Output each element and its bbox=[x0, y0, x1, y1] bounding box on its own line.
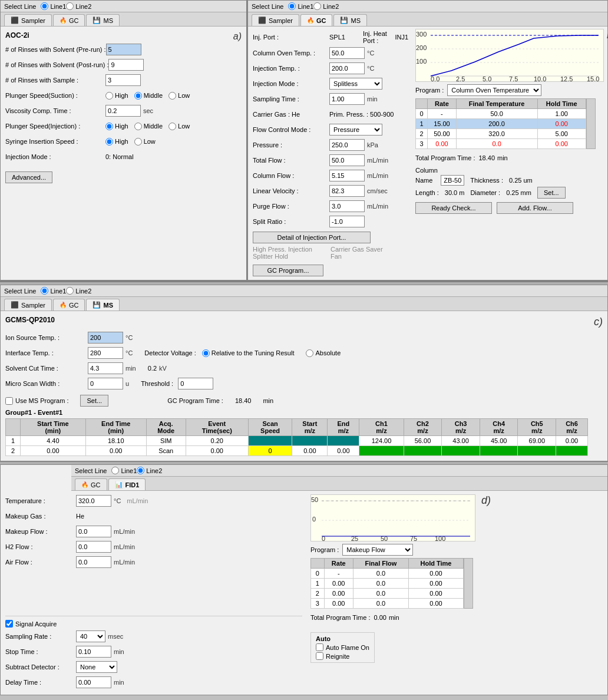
tab-ms-c[interactable]: 💾 MS bbox=[86, 299, 120, 311]
cell-final-flow[interactable]: 0.0 bbox=[353, 589, 408, 599]
high-opt-suction[interactable]: High bbox=[105, 92, 128, 100]
table-scrollbar-b[interactable] bbox=[586, 98, 596, 149]
auto-flame-on-check[interactable]: Auto Flame On bbox=[316, 643, 369, 651]
cell-event-time[interactable]: 0.20 bbox=[186, 436, 248, 446]
tab-gc-d[interactable]: 🔥 GC bbox=[75, 478, 107, 490]
gc-program-button-b[interactable]: GC Program... bbox=[253, 265, 323, 276]
tab-sampler-a[interactable]: ⬛ Sampler bbox=[4, 14, 52, 26]
cell-ch2[interactable] bbox=[404, 446, 442, 456]
cell-start-mz[interactable]: 0.00 bbox=[292, 446, 328, 456]
tab-gc-a[interactable]: 🔥 GC bbox=[53, 14, 85, 26]
cell-rate[interactable]: 15.00 bbox=[428, 119, 457, 129]
cell-final-temp[interactable]: 200.0 bbox=[456, 119, 537, 129]
cell-final-temp[interactable]: 0.0 bbox=[456, 139, 537, 149]
cell-hold-time[interactable]: 0.00 bbox=[537, 139, 586, 149]
cell-event-time[interactable]: 0.00 bbox=[186, 446, 248, 456]
select-flow-control[interactable]: Pressure Flow bbox=[329, 124, 382, 136]
input-rinses-sample[interactable] bbox=[105, 74, 141, 86]
high-opt-injection[interactable]: High bbox=[105, 123, 128, 130]
ready-check-button[interactable]: Ready Check... bbox=[415, 202, 492, 214]
cell-ch6[interactable]: 0.00 bbox=[556, 436, 588, 446]
line2-radio-a[interactable]: Line2 bbox=[66, 2, 91, 10]
line2-radio-c[interactable]: Line2 bbox=[66, 287, 91, 295]
cell-hold-time[interactable]: 0.00 bbox=[537, 119, 586, 129]
input-viscosity[interactable] bbox=[105, 105, 141, 117]
input-inj-temp[interactable] bbox=[329, 62, 365, 74]
signal-acquire-check[interactable]: Signal Acquire bbox=[5, 620, 302, 628]
high-opt-syringe[interactable]: High bbox=[105, 138, 128, 146]
input-delay-time[interactable] bbox=[76, 676, 111, 688]
cell-ch4[interactable] bbox=[480, 446, 518, 456]
input-solvent-cut[interactable] bbox=[88, 362, 123, 374]
select-sampling-rate[interactable]: 40 20 10 bbox=[76, 630, 105, 642]
auto-flame-on-checkbox[interactable] bbox=[316, 643, 323, 651]
ms-program-checkbox[interactable] bbox=[5, 397, 13, 405]
cell-hold-time-d[interactable]: 0.00 bbox=[409, 589, 464, 599]
select-inj-mode[interactable]: Splitless Split bbox=[329, 78, 382, 90]
input-rinses-pre[interactable] bbox=[106, 44, 141, 55]
cell-rate-d[interactable]: 0.00 bbox=[324, 579, 353, 589]
cell-ch6[interactable] bbox=[556, 446, 588, 456]
table-scrollbar-d[interactable] bbox=[464, 558, 473, 609]
cell-ch3[interactable]: 43.00 bbox=[442, 436, 480, 446]
input-micro-scan[interactable] bbox=[88, 378, 123, 389]
middle-opt-injection[interactable]: Middle bbox=[134, 123, 163, 130]
input-air-flow[interactable] bbox=[76, 556, 111, 568]
low-opt-syringe[interactable]: Low bbox=[134, 138, 156, 146]
cell-ch4[interactable]: 45.00 bbox=[480, 436, 518, 446]
cell-start-time[interactable]: 0.00 bbox=[21, 446, 86, 456]
tab-gc-b[interactable]: 🔥 GC bbox=[300, 14, 333, 26]
input-total-flow[interactable] bbox=[329, 154, 365, 166]
reignite-check[interactable]: Reignite bbox=[316, 652, 369, 660]
cell-hold-time-d[interactable]: 0.00 bbox=[409, 599, 464, 609]
cell-scan-speed[interactable] bbox=[248, 436, 292, 446]
signal-acquire-checkbox[interactable] bbox=[5, 620, 13, 628]
cell-final-temp[interactable]: 320.0 bbox=[456, 129, 537, 139]
cell-ch2[interactable]: 56.00 bbox=[404, 436, 442, 446]
cell-acq-mode[interactable]: SIM bbox=[146, 436, 186, 446]
cell-ch1[interactable]: 124.00 bbox=[359, 436, 404, 446]
cell-rate[interactable]: 50.00 bbox=[428, 129, 457, 139]
input-col-flow[interactable] bbox=[329, 170, 365, 181]
cell-end-time[interactable]: 18.10 bbox=[85, 436, 146, 446]
line1-radio-b[interactable]: Line1 bbox=[288, 2, 313, 10]
cell-start-time[interactable]: 4.40 bbox=[21, 436, 86, 446]
cell-end-mz[interactable]: 0.00 bbox=[328, 446, 359, 456]
cell-acq-mode[interactable]: Scan bbox=[146, 446, 186, 456]
tab-sampler-c[interactable]: ⬛ Sampler bbox=[4, 299, 52, 311]
select-subtract-detector[interactable]: None bbox=[76, 661, 117, 673]
input-linear-vel[interactable] bbox=[329, 185, 365, 197]
cell-hold-time[interactable]: 5.00 bbox=[537, 129, 586, 139]
input-sampling-time[interactable] bbox=[329, 93, 365, 105]
cell-ch5[interactable]: 69.00 bbox=[518, 436, 556, 446]
select-program[interactable]: Column Oven Temperature bbox=[447, 84, 541, 96]
input-rinses-post[interactable] bbox=[108, 59, 144, 71]
cell-rate-d[interactable]: 0.00 bbox=[324, 589, 353, 599]
cell-ch5[interactable] bbox=[518, 446, 556, 456]
cell-hold-time-d[interactable]: 0.00 bbox=[409, 569, 464, 579]
set-button-b[interactable]: Set... bbox=[537, 187, 566, 199]
tab-sampler-b[interactable]: ⬛ Sampler bbox=[252, 14, 299, 26]
low-opt-injection[interactable]: Low bbox=[168, 123, 190, 130]
input-col-oven-temp[interactable] bbox=[329, 47, 365, 59]
line1-radio-a[interactable]: Line1 bbox=[41, 2, 66, 10]
cell-end-mz[interactable] bbox=[328, 436, 359, 446]
add-flow-button[interactable]: Add. Flow... bbox=[497, 202, 573, 214]
detail-injection-button[interactable]: Detail of Injection Port... bbox=[253, 232, 371, 243]
line2-radio-b[interactable]: Line2 bbox=[313, 2, 339, 10]
cell-start-mz[interactable] bbox=[292, 436, 328, 446]
relative-opt[interactable]: Relative to the Tuning Result bbox=[202, 349, 295, 357]
line1-radio-c[interactable]: Line1 bbox=[41, 287, 66, 295]
input-makeup-flow[interactable] bbox=[76, 526, 111, 537]
cell-ch3[interactable] bbox=[442, 446, 480, 456]
input-ion-source-temp[interactable] bbox=[88, 332, 123, 344]
cell-final-flow[interactable]: 0.0 bbox=[353, 579, 408, 589]
cell-ch1[interactable] bbox=[359, 446, 404, 456]
cell-rate-d[interactable]: 0.00 bbox=[324, 599, 353, 609]
input-split-ratio[interactable] bbox=[329, 216, 365, 227]
tab-ms-a[interactable]: 💾 MS bbox=[86, 14, 120, 26]
cell-rate[interactable]: - bbox=[428, 109, 457, 119]
cell-rate[interactable]: 0.00 bbox=[428, 139, 457, 149]
input-threshold[interactable] bbox=[178, 378, 213, 389]
advanced-button-a[interactable]: Advanced... bbox=[5, 171, 52, 183]
